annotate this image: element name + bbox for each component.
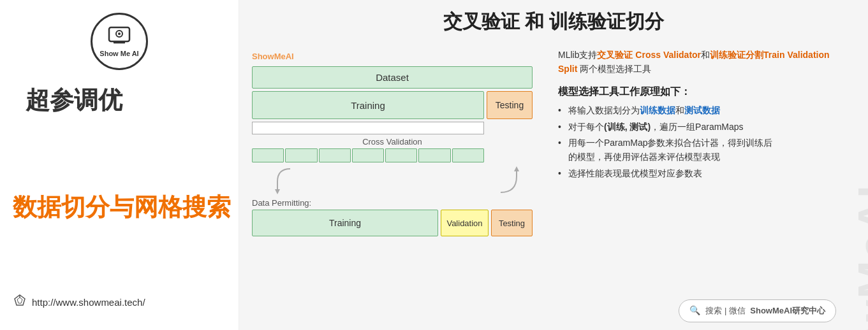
- training-box-top: Training: [252, 91, 484, 119]
- search-bar-text: 搜索 | 微信 ShowMeAI研究中心: [705, 304, 825, 318]
- diagram-area: ShowMeAI Dataset Training Testing Cros: [239, 41, 545, 330]
- url-icon: [13, 293, 27, 311]
- testing-box-bottom: Testing: [491, 210, 533, 236]
- cv-label: Cross Validation: [252, 137, 533, 147]
- dataset-box: Dataset: [252, 66, 533, 89]
- bullet-item-1: 将输入数据划分为训练数据和测试数据: [558, 104, 842, 118]
- logo-text: Show Me AI: [99, 50, 138, 57]
- training-box-bottom: Training: [252, 210, 438, 236]
- sidebar: Show Me AI 超参调优 数据切分与网格搜索 http://www.sho…: [0, 0, 239, 330]
- sidebar-title1: 超参调优: [6, 84, 122, 117]
- bullet-item-4: 选择性能表现最优模型对应参数表: [558, 167, 842, 181]
- validation-box: Validation: [441, 210, 489, 236]
- cv-box-1: [252, 148, 284, 162]
- showmeai-label: ShowMeAI: [252, 52, 533, 61]
- svg-marker-6: [17, 298, 22, 303]
- cv-box-6: [418, 148, 450, 162]
- sidebar-url[interactable]: http://www.showmeai.tech/: [6, 293, 145, 317]
- train-test-row: Training Testing: [252, 91, 533, 119]
- cv-box-3: [319, 148, 351, 162]
- svg-point-2: [118, 32, 121, 35]
- bullet-item-2: 对于每个(训练, 测试)，遍历一组ParamMaps: [558, 120, 842, 134]
- search-icon: 🔍: [689, 303, 700, 319]
- cv-box-5: [385, 148, 417, 162]
- dp-label: Data Permitting:: [252, 198, 533, 208]
- page-title-bar: 交叉验证 和 训练验证切分: [239, 0, 868, 41]
- cv-box-7: [452, 148, 484, 162]
- cv-box-2: [285, 148, 317, 162]
- description-text: MLlib支持交叉验证 Cross Validator和训练验证分割Train …: [558, 48, 842, 76]
- sidebar-title2: 数据切分与网格搜索: [6, 193, 231, 222]
- svg-marker-8: [514, 166, 519, 171]
- testing-box-top: Testing: [487, 91, 533, 119]
- bullet-item-3: 用每一个ParamMap参数来拟合估计器，得到训练后的模型，再使用评估器来评估模…: [558, 136, 842, 164]
- page-title: 交叉验证 和 训练验证切分: [443, 11, 665, 32]
- section-title: 模型选择工具工作原理如下：: [558, 83, 842, 100]
- logo: Show Me AI: [91, 13, 148, 70]
- search-bar[interactable]: 🔍 搜索 | 微信 ShowMeAI研究中心: [679, 299, 836, 322]
- main-content: ShowMeAI 交叉验证 和 训练验证切分 ShowMeAI Dataset …: [239, 0, 868, 330]
- svg-marker-9: [275, 189, 280, 194]
- main-inner: ShowMeAI Dataset Training Testing Cros: [239, 41, 868, 330]
- logo-icon: [108, 26, 131, 48]
- arrows-svg: [252, 164, 533, 197]
- bullet-list: 将输入数据划分为训练数据和测试数据 对于每个(训练, 测试)，遍历一组Param…: [558, 104, 842, 180]
- url-text: http://www.showmeai.tech/: [32, 297, 145, 308]
- cv-box-4: [352, 148, 384, 162]
- text-area: MLlib支持交叉验证 Cross Validator和训练验证分割Train …: [545, 41, 868, 330]
- sub-white-box: [252, 122, 484, 134]
- bottom-row: Training Validation Testing: [252, 210, 533, 236]
